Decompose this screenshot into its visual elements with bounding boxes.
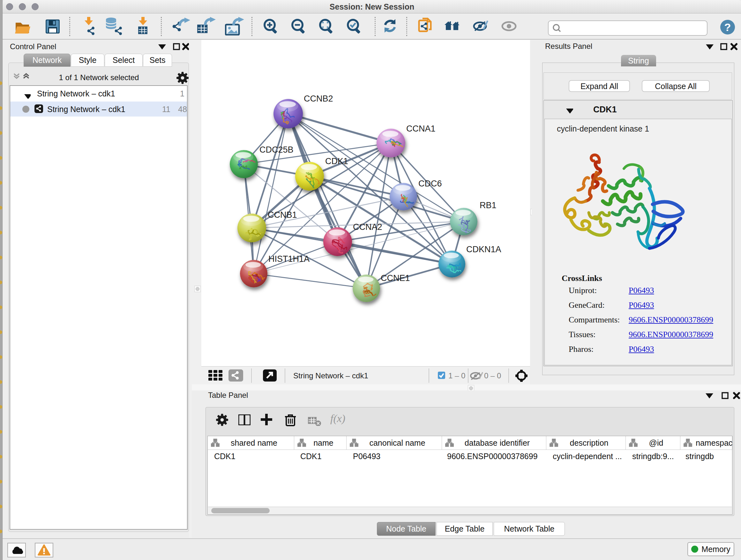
svg-text:CCNA2: CCNA2 bbox=[353, 222, 382, 232]
svg-text:CDC25B: CDC25B bbox=[259, 145, 293, 154]
svg-text:CDKN1A: CDKN1A bbox=[466, 245, 501, 254]
svg-text:CDK1: CDK1 bbox=[325, 157, 348, 166]
svg-text:CCNB1: CCNB1 bbox=[268, 210, 297, 220]
svg-text:CCNE1: CCNE1 bbox=[381, 273, 410, 283]
svg-text:CCNB2: CCNB2 bbox=[304, 94, 333, 104]
svg-text:HIST1H1A: HIST1H1A bbox=[268, 254, 310, 264]
svg-text:RB1: RB1 bbox=[480, 200, 496, 210]
svg-text:CDC6: CDC6 bbox=[418, 179, 442, 188]
svg-text:CCNA1: CCNA1 bbox=[406, 124, 435, 133]
